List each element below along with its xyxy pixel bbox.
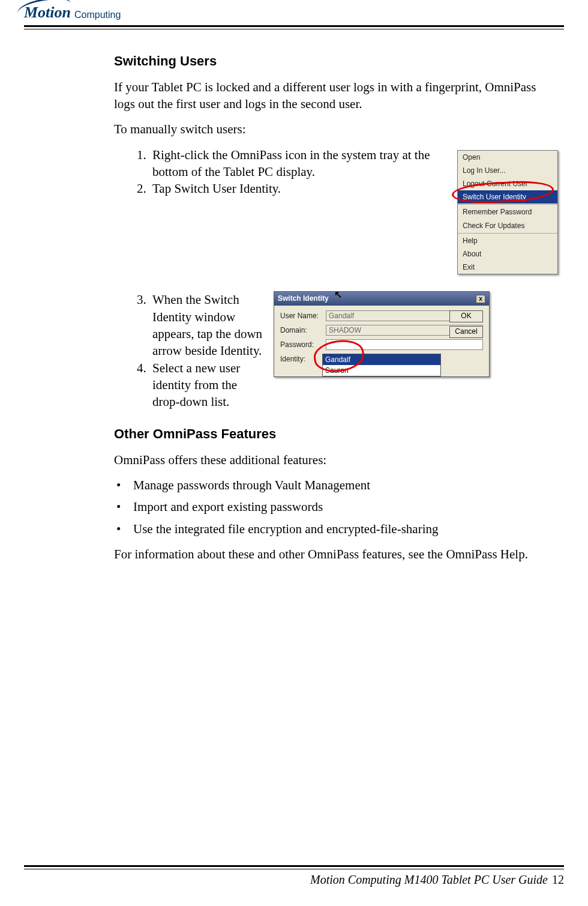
- step-number: 4.: [137, 360, 152, 411]
- bullet-icon: •: [116, 521, 133, 537]
- page-footer: Motion Computing M1400 Tablet PC User Gu…: [24, 864, 564, 887]
- dropdown-option[interactable]: Sauron: [323, 365, 440, 376]
- lead-in-paragraph: To manually switch users:: [114, 121, 558, 137]
- footer-title: Motion Computing M1400 Tablet PC User Gu…: [310, 873, 548, 886]
- heading-other-features: Other OmniPass Features: [114, 425, 558, 443]
- bullet-item: •Manage passwords through Vault Manageme…: [116, 477, 558, 494]
- cursor-icon: ↖: [334, 288, 342, 301]
- step-number: 3.: [137, 291, 152, 359]
- step-text: Tap Switch User Identity.: [152, 180, 446, 197]
- footer-page-number: 12: [552, 873, 564, 886]
- dialog-title-text: Switch Identity: [278, 294, 329, 303]
- menu-item-about[interactable]: About: [458, 247, 557, 261]
- username-label: User Name:: [280, 311, 322, 321]
- step-text: Right-click the OmniPass icon in the sys…: [152, 146, 446, 181]
- step-number: 2.: [137, 180, 152, 197]
- footer-rule-thick: [24, 865, 564, 867]
- menu-item-login-user[interactable]: Log In User...: [458, 164, 557, 177]
- page-content: Switching Users If your Tablet PC is loc…: [114, 52, 558, 563]
- menu-separator: [458, 204, 557, 205]
- footer-text: Motion Computing M1400 Tablet PC User Gu…: [24, 873, 564, 887]
- menu-item-logout-user[interactable]: Logout Current User: [458, 177, 557, 190]
- menu-item-open[interactable]: Open: [458, 151, 557, 164]
- bullet-icon: •: [116, 498, 133, 515]
- step-1: 1. Right-click the OmniPass icon in the …: [137, 146, 446, 181]
- menu-item-label: Switch User Identity: [463, 193, 526, 201]
- footer-rule-thin: [24, 869, 564, 869]
- bullet-text: Import and export existing passwords: [133, 498, 323, 515]
- dropdown-option[interactable]: Gandalf: [323, 354, 440, 365]
- logo-motion: Motion: [24, 4, 71, 22]
- password-field[interactable]: [326, 339, 483, 350]
- logo-sub-text: Computing: [74, 10, 121, 20]
- menu-item-switch-user-identity[interactable]: Switch User Identity: [458, 190, 557, 204]
- step-number: 1.: [137, 146, 152, 181]
- step-2: 2. Tap Switch User Identity.: [137, 180, 446, 197]
- features-bullets: •Manage passwords through Vault Manageme…: [114, 477, 558, 537]
- heading-switching-users: Switching Users: [114, 52, 558, 70]
- step-4: 4. Select a new user iden­tity from the …: [137, 360, 264, 411]
- dialog-close-button[interactable]: x: [476, 295, 485, 303]
- menu-item-remember-password[interactable]: Remember Password: [458, 205, 557, 219]
- step-3: 3. When the Switch Iden­tity window appe…: [137, 291, 264, 359]
- domain-label: Domain:: [280, 325, 322, 335]
- brand-logo: Motion Computing: [24, 0, 564, 24]
- steps-block-2: 3. When the Switch Iden­tity window appe…: [114, 291, 558, 410]
- bullet-item: •Use the integrated file encryption and …: [116, 521, 558, 537]
- steps-list-2: 3. When the Switch Iden­tity window appe…: [114, 291, 264, 410]
- menu-item-check-updates[interactable]: Check For Updates: [458, 219, 557, 232]
- menu-item-help[interactable]: Help: [458, 234, 557, 247]
- header-rule-thin: [24, 29, 564, 29]
- dialog-buttons: OK Cancel: [449, 310, 483, 338]
- closing-paragraph: For information about these and other Om…: [114, 546, 558, 563]
- bullet-text: Manage passwords through Vault Managemen…: [133, 477, 370, 494]
- ok-button[interactable]: OK: [449, 310, 483, 322]
- password-row: Password:: [280, 339, 483, 350]
- cancel-button[interactable]: Cancel: [449, 326, 483, 338]
- identity-dropdown-list: Gandalf Sauron: [322, 354, 441, 376]
- features-intro: OmniPass offers these additional feature…: [114, 451, 558, 468]
- switch-identity-dialog-figure: Switch Identity ↖ x OK Cancel User Name:…: [274, 291, 490, 376]
- password-label: Password:: [280, 340, 322, 349]
- intro-paragraph: If your Tablet PC is locked and a differ…: [114, 79, 558, 113]
- identity-label: Identity:: [280, 354, 322, 364]
- bullet-item: •Import and export existing passwords: [116, 498, 558, 515]
- steps-block-1: 1. Right-click the OmniPass icon in the …: [114, 146, 558, 275]
- step-text: When the Switch Iden­tity window appears…: [152, 291, 264, 359]
- dialog-titlebar[interactable]: Switch Identity ↖ x: [274, 292, 489, 305]
- bullet-text: Use the integrated file encryption and e…: [133, 521, 438, 537]
- bullet-icon: •: [116, 477, 133, 494]
- dialog-body: OK Cancel User Name: Domain: Password: I…: [274, 306, 489, 376]
- steps-list-1: 1. Right-click the OmniPass icon in the …: [114, 146, 446, 198]
- menu-separator: [458, 233, 557, 234]
- step-text: Select a new user iden­tity from the dro…: [152, 360, 264, 411]
- menu-item-exit[interactable]: Exit: [458, 261, 557, 274]
- context-menu-figure: Open Log In User... Logout Current User …: [457, 150, 558, 275]
- header-rule-thick: [24, 25, 564, 27]
